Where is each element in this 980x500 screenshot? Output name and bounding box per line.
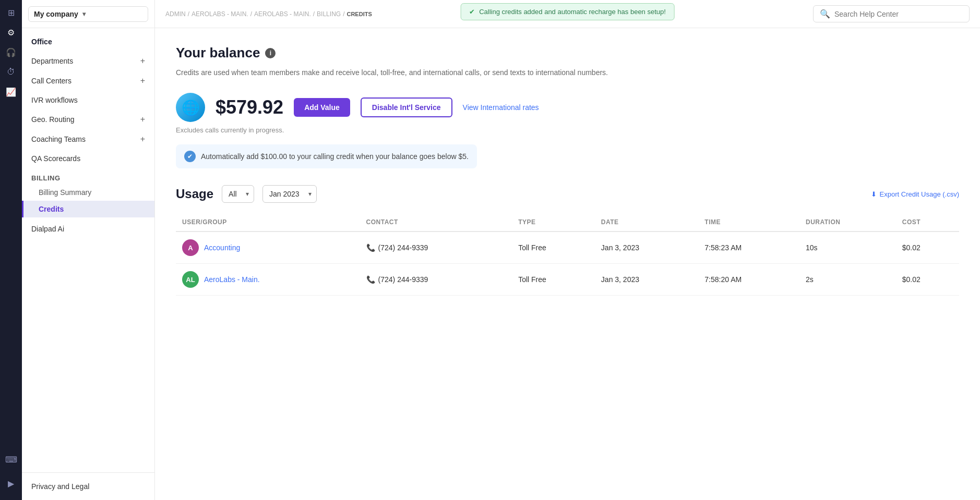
sidebar-item-credits[interactable]: Credits bbox=[22, 201, 154, 217]
cell-duration: 10s bbox=[799, 231, 896, 264]
sidebar-item-billing-summary[interactable]: Billing Summary bbox=[22, 184, 154, 201]
usage-filter-select[interactable]: All bbox=[222, 185, 254, 203]
search-icon: 🔍 bbox=[820, 9, 830, 19]
search-input[interactable] bbox=[834, 10, 963, 18]
table-row: AL AeroLabs - Main. 📞(724) 244-9339 Toll… bbox=[176, 264, 959, 296]
col-contact: CONTACT bbox=[360, 213, 512, 231]
call-icon: 📞 bbox=[366, 243, 375, 252]
chevron-down-icon: ▾ bbox=[82, 10, 86, 18]
auto-recharge-text: Automatically add $100.00 to your callin… bbox=[201, 152, 469, 161]
sidebar-item-departments[interactable]: Departments + bbox=[22, 51, 154, 71]
billing-label: Billing bbox=[22, 170, 154, 184]
info-icon[interactable]: i bbox=[265, 48, 276, 58]
company-name: My company bbox=[34, 10, 78, 18]
plus-icon: + bbox=[140, 76, 145, 86]
dialpad-icon[interactable]: ⌨ bbox=[3, 451, 19, 468]
cell-user: A Accounting bbox=[176, 231, 360, 264]
add-value-button[interactable]: Add Value bbox=[294, 98, 350, 117]
cell-date: Jan 3, 2023 bbox=[595, 231, 698, 264]
cell-time: 7:58:23 AM bbox=[698, 231, 799, 264]
download-icon: ⬇ bbox=[871, 190, 877, 198]
page-title-row: Your balance i bbox=[176, 45, 959, 61]
view-international-rates-link[interactable]: View International rates bbox=[463, 103, 539, 112]
sidebar-item-office[interactable]: Office bbox=[22, 32, 154, 51]
table-row: A Accounting 📞(724) 244-9339 Toll Free J… bbox=[176, 231, 959, 264]
clock-icon[interactable]: ⏱ bbox=[3, 64, 19, 80]
sidebar-item-privacy-legal[interactable]: Privacy and Legal bbox=[22, 477, 154, 496]
cell-cost: $0.02 bbox=[896, 231, 959, 264]
disable-intl-button[interactable]: Disable Int'l Service bbox=[361, 97, 452, 117]
balance-amount: $579.92 bbox=[216, 96, 283, 118]
topbar: ADMIN / AEROLABS - MAIN. / AEROLABS - MA… bbox=[155, 0, 980, 28]
col-duration: DURATION bbox=[799, 213, 896, 231]
date-filter-wrapper[interactable]: Jan 2023 bbox=[262, 185, 317, 203]
usage-header: Usage All Jan 2023 ⬇ Export Credit Usa bbox=[176, 185, 959, 203]
check-icon: ✔ bbox=[469, 8, 475, 16]
success-toast: ✔ Calling credits added and automatic re… bbox=[460, 3, 675, 20]
icon-rail: ⊞ ⚙ 🎧 ⏱ 📈 ⌨ ▶ bbox=[0, 0, 22, 500]
video-icon[interactable]: ▶ bbox=[3, 475, 19, 492]
excludes-note: Excludes calls currently in progress. bbox=[176, 126, 959, 134]
user-name: AeroLabs - Main. bbox=[204, 275, 260, 284]
breadcrumb: ADMIN / AEROLABS - MAIN. / AEROLABS - MA… bbox=[165, 10, 372, 18]
avatar: AL bbox=[182, 271, 199, 288]
usage-section: Usage All Jan 2023 ⬇ Export Credit Usa bbox=[176, 185, 959, 296]
sidebar-item-dialpad-ai[interactable]: Dialpad Ai bbox=[22, 219, 154, 238]
sidebar-item-ivr-workflows[interactable]: IVR workflows bbox=[22, 91, 154, 109]
main-area: ADMIN / AEROLABS - MAIN. / AEROLABS - MA… bbox=[155, 0, 980, 500]
breadcrumb-current: CREDITS bbox=[346, 11, 372, 17]
cell-user: AL AeroLabs - Main. bbox=[176, 264, 360, 296]
content-area: Your balance i Credits are used when tea… bbox=[155, 28, 980, 500]
page-subtitle: Credits are used when team members make … bbox=[176, 67, 959, 78]
sidebar-item-geo-routing[interactable]: Geo. Routing + bbox=[22, 109, 154, 129]
sidebar-header: My company ▾ bbox=[22, 0, 154, 28]
usage-title: Usage bbox=[176, 187, 213, 201]
user-link[interactable]: AL AeroLabs - Main. bbox=[182, 271, 354, 288]
grid-icon[interactable]: ⊞ bbox=[3, 4, 19, 21]
user-name: Accounting bbox=[204, 243, 240, 252]
col-time: TIME bbox=[698, 213, 799, 231]
auto-recharge-row: ✔ Automatically add $100.00 to your call… bbox=[176, 144, 477, 168]
cell-duration: 2s bbox=[799, 264, 896, 296]
col-cost: COST bbox=[896, 213, 959, 231]
plus-icon: + bbox=[140, 115, 145, 124]
export-credit-usage-link[interactable]: ⬇ Export Credit Usage (.csv) bbox=[871, 190, 959, 198]
sidebar-bottom: Privacy and Legal bbox=[22, 472, 154, 500]
gear-icon[interactable]: ⚙ bbox=[3, 24, 19, 41]
check-circle-icon: ✔ bbox=[184, 151, 196, 162]
avatar: A bbox=[182, 239, 199, 256]
cell-type: Toll Free bbox=[512, 231, 595, 264]
sidebar-item-qa-scorecards[interactable]: QA Scorecards bbox=[22, 149, 154, 168]
table-body: A Accounting 📞(724) 244-9339 Toll Free J… bbox=[176, 231, 959, 296]
col-date: DATE bbox=[595, 213, 698, 231]
chart-icon[interactable]: 📈 bbox=[3, 83, 19, 100]
headset-icon[interactable]: 🎧 bbox=[3, 44, 19, 60]
col-user-group: USER/GROUP bbox=[176, 213, 360, 231]
sidebar-item-coaching-teams[interactable]: Coaching Teams + bbox=[22, 129, 154, 149]
cell-contact: 📞(724) 244-9339 bbox=[360, 264, 512, 296]
cell-cost: $0.02 bbox=[896, 264, 959, 296]
user-link[interactable]: A Accounting bbox=[182, 239, 354, 256]
plus-icon: + bbox=[140, 135, 145, 144]
cell-date: Jan 3, 2023 bbox=[595, 264, 698, 296]
sidebar-nav: Office Departments + Call Centers + IVR … bbox=[22, 28, 154, 472]
usage-title-row: Usage All Jan 2023 bbox=[176, 185, 317, 203]
table-header: USER/GROUP CONTACT TYPE DATE TIME DURATI… bbox=[176, 213, 959, 231]
sidebar: My company ▾ Office Departments + Call C… bbox=[22, 0, 155, 500]
toast-message: Calling credits added and automatic rech… bbox=[479, 8, 666, 16]
col-type: TYPE bbox=[512, 213, 595, 231]
plus-icon: + bbox=[140, 56, 145, 66]
usage-table: USER/GROUP CONTACT TYPE DATE TIME DURATI… bbox=[176, 213, 959, 296]
balance-row: 🌐 $579.92 Add Value Disable Int'l Servic… bbox=[176, 93, 959, 122]
cell-time: 7:58:20 AM bbox=[698, 264, 799, 296]
export-label: Export Credit Usage (.csv) bbox=[880, 190, 959, 198]
usage-filter-wrapper[interactable]: All bbox=[222, 185, 254, 203]
page-title: Your balance bbox=[176, 45, 260, 61]
sidebar-item-call-centers[interactable]: Call Centers + bbox=[22, 71, 154, 91]
billing-section: Billing Billing Summary Credits bbox=[22, 168, 154, 219]
cell-contact: 📞(724) 244-9339 bbox=[360, 231, 512, 264]
company-selector[interactable]: My company ▾ bbox=[28, 6, 148, 22]
call-icon: 📞 bbox=[366, 275, 375, 284]
date-filter-select[interactable]: Jan 2023 bbox=[262, 185, 317, 203]
search-bar[interactable]: 🔍 bbox=[813, 5, 970, 22]
